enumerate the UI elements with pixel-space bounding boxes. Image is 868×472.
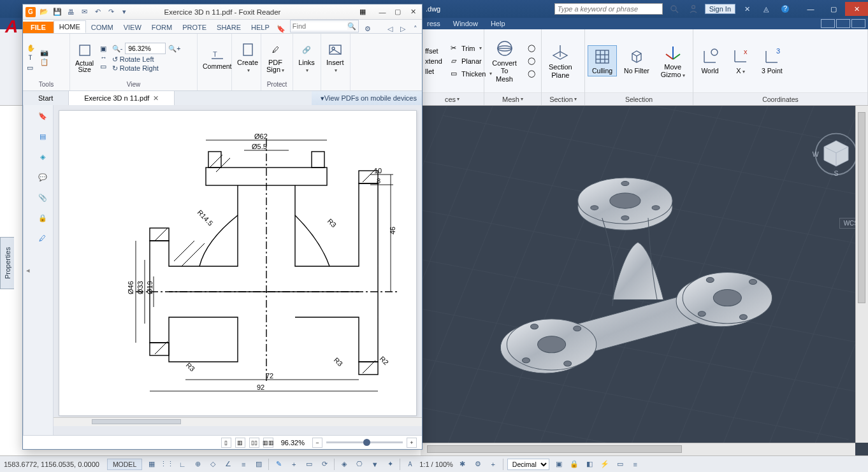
doc-tab-start[interactable]: Start	[23, 91, 69, 105]
viewport-hscroll[interactable]	[421, 443, 855, 455]
foxit-close-button[interactable]: ✕	[407, 7, 419, 17]
lineweight-icon[interactable]: ≡	[238, 459, 249, 470]
continuous-button[interactable]: ▥	[235, 438, 245, 448]
filter-icon[interactable]: ▼	[369, 459, 380, 470]
clean-screen-icon[interactable]: ▭	[614, 459, 626, 470]
tab-protect[interactable]: PROTE	[177, 22, 212, 33]
extend-button[interactable]: xtend	[423, 57, 444, 66]
maximize-button[interactable]: ▢	[822, 2, 845, 16]
osnap-toggle-icon[interactable]: ◇	[207, 459, 219, 470]
qat-more-icon[interactable]: ▾	[119, 6, 130, 18]
sc-toggle-icon[interactable]: ✎	[273, 459, 284, 470]
tab-comment[interactable]: COMM	[86, 22, 119, 33]
mobile-banner[interactable]: ▾ View PDFs on mobile devices	[312, 91, 422, 105]
transparency-icon[interactable]: ▨	[253, 459, 264, 470]
open-icon[interactable]: 📂	[38, 6, 50, 18]
facing-button[interactable]: ▯▯	[249, 438, 259, 448]
units-select[interactable]: Decimal	[507, 459, 549, 470]
print-icon[interactable]: 🖶	[65, 6, 76, 18]
person-icon[interactable]	[686, 2, 701, 16]
actual-size-button[interactable]: Actual Size	[73, 41, 96, 75]
model-space-button[interactable]: MODEL	[107, 459, 142, 470]
mesh-opt1-button[interactable]: ◯	[524, 43, 539, 54]
security-panel-icon[interactable]: 🔒	[36, 211, 50, 225]
menu-ress[interactable]: ress	[421, 20, 447, 27]
convert-to-mesh-button[interactable]: ConvertTo Mesh	[487, 37, 522, 85]
polar-toggle-icon[interactable]: ⊕	[192, 459, 203, 470]
panel-ces-label[interactable]: ces	[445, 96, 456, 103]
help-icon[interactable]: ?	[778, 2, 793, 16]
3dosnap-icon[interactable]: ◈	[338, 459, 350, 470]
pdf-sign-button[interactable]: 🖊 PDF Sign▾	[264, 40, 287, 75]
dyn-input-icon[interactable]: +	[288, 459, 300, 470]
tab-home[interactable]: HOME	[54, 20, 86, 33]
grid-toggle-icon[interactable]: ▦	[146, 459, 157, 470]
minimize-button[interactable]: —	[799, 2, 822, 16]
tab-form[interactable]: FORM	[147, 22, 177, 33]
offset-button[interactable]: ffset	[423, 46, 444, 55]
doc-restore-icon[interactable]	[836, 19, 850, 28]
menu-help[interactable]: Help	[484, 20, 512, 27]
viewcube[interactable]: S W	[812, 129, 860, 177]
zoom-in-status-button[interactable]: +	[407, 438, 417, 448]
close-doc-tab-icon[interactable]: ✕	[153, 94, 159, 103]
layers-panel-icon[interactable]: ◈	[36, 150, 50, 164]
panel-mesh-label[interactable]: Mesh	[502, 96, 519, 103]
pages-panel-icon[interactable]: ▤	[36, 129, 50, 143]
autodesk-a-icon[interactable]: ◬	[758, 2, 774, 16]
anno-vis-icon[interactable]: ✱	[457, 459, 468, 470]
find-settings-icon[interactable]: ⚙	[361, 25, 374, 33]
annoscale-icon[interactable]: Ａ	[404, 459, 416, 470]
sign-in-button[interactable]: Sign In	[705, 4, 735, 14]
signatures-panel-icon[interactable]: 🖊	[36, 231, 50, 245]
gizmo-sb-icon[interactable]: ✦	[384, 459, 396, 470]
tab-view[interactable]: VIEW	[119, 22, 147, 33]
select-text-button[interactable]: Ｔ	[25, 54, 36, 62]
foxit-minimize-button[interactable]: —	[376, 7, 389, 17]
culling-button[interactable]: Culling	[588, 45, 617, 77]
doc-tab-current[interactable]: Exercice 3D n 11.pdf✕	[69, 91, 175, 105]
comment-button[interactable]: T Comment	[200, 44, 235, 71]
tab-share[interactable]: SHARE	[212, 22, 246, 33]
tab-file[interactable]: FILE	[23, 22, 54, 33]
panel-section-label[interactable]: Section	[549, 96, 573, 103]
move-gizmo-button[interactable]: MoveGizmo▾	[656, 41, 690, 81]
search-icon[interactable]: 🔍	[347, 22, 356, 31]
cycling-icon[interactable]: ⟳	[319, 459, 330, 470]
ribbon-collapse-icon[interactable]: ˄	[409, 25, 422, 33]
acad-search-input[interactable]	[554, 3, 663, 15]
anno-scale-label[interactable]: 1:1 / 100%	[419, 461, 453, 468]
continuous-facing-button[interactable]: ▥▥	[263, 438, 273, 448]
foxit-titlebar[interactable]: G 📂 💾 🖶 ✉ ↶ ↷ ▾ Exercice 3D n 11.pdf - F…	[23, 4, 422, 20]
side-collapse-button[interactable]: ◂	[23, 105, 32, 435]
zoom-out-status-button[interactable]: −	[312, 438, 322, 448]
exchange-icon[interactable]: ✕	[739, 2, 755, 16]
zoom-slider[interactable]	[326, 441, 403, 443]
ortho-toggle-icon[interactable]: ∟	[177, 459, 188, 470]
snapshot-button[interactable]: 📷	[39, 48, 50, 57]
foxit-maximize-button[interactable]: ▢	[391, 7, 404, 17]
close-button[interactable]: ✕	[845, 2, 868, 16]
save-icon[interactable]: 💾	[52, 6, 63, 18]
qp-icon[interactable]: ▭	[303, 459, 315, 470]
find-prev-icon[interactable]: ◁	[384, 25, 396, 33]
zoom-in-button[interactable]: 🔍+	[167, 45, 182, 53]
attachments-panel-icon[interactable]: 📎	[36, 190, 50, 204]
doc-minimize-icon[interactable]	[821, 19, 835, 28]
rotate-left-button[interactable]: ↺ Rotate Left	[111, 55, 182, 63]
properties-palette-tab[interactable]: Properties	[0, 237, 14, 289]
three-point-button[interactable]: 3 3 Point	[757, 45, 787, 77]
anno-monitor-icon[interactable]: +	[488, 459, 499, 470]
ws-switch-icon[interactable]: ⚙	[472, 459, 484, 470]
doc-close-icon[interactable]	[851, 19, 865, 28]
foxit-page-view[interactable]: Ø62 Ø5.5 10 8 46 Ø46 Ø33 Ø19 72 92 R14.5…	[54, 105, 422, 435]
no-filter-button[interactable]: No Filter	[619, 45, 654, 77]
create-button[interactable]: Create▾	[235, 40, 261, 75]
find-input[interactable]	[293, 22, 347, 30]
mesh-opt3-button[interactable]: ◯	[524, 68, 539, 80]
autocad-logo-icon[interactable]: A	[5, 17, 18, 37]
fit-width-button[interactable]: ↔	[99, 54, 108, 61]
email-icon[interactable]: ✉	[78, 6, 90, 18]
clipboard-button[interactable]: 📋	[39, 58, 50, 66]
bookmarks-panel-icon[interactable]: 🔖	[36, 109, 50, 123]
